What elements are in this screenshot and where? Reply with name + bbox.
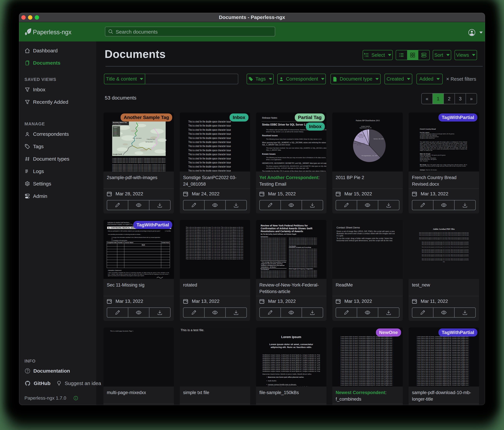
svg-text:Hypertension,: Hypertension,: [357, 135, 365, 137]
svg-text:Half Day Island: Half Day Island: [145, 141, 153, 143]
svg-text:N\A: N\A: [142, 244, 145, 246]
svg-text:△ Day4: △ Day4: [114, 133, 117, 134]
svg-text:△ Entry/Exit: △ Entry/Exit: [114, 135, 118, 136]
svg-text:44, 9%: 44, 9%: [359, 137, 363, 138]
svg-text:Pre-hypertension., 212, 42%: Pre-hypertension., 212, 42%: [361, 155, 378, 156]
svg-text:Boundary Waters Trip: Boundary Waters Trip: [113, 122, 127, 123]
svg-text:5.5 days in BWCA: 5.5 days in BWCA: [113, 124, 121, 125]
svg-text:Friday Bay Island: Friday Bay Island: [147, 139, 155, 140]
svg-text:△ Day2: △ Day2: [114, 130, 117, 131]
svg-text:65, 13%: 65, 13%: [357, 144, 361, 146]
svg-text:Patient BP Distribution 2011: Patient BP Distribution 2011: [356, 119, 380, 122]
svg-text:New Found Island: New Found Island: [133, 138, 142, 139]
svg-text:Contact Hours: Contact Hours: [162, 242, 169, 243]
svg-text:Isolated Systolic: Isolated Systolic: [361, 126, 370, 127]
svg-text:Stage 1 Hypertension,: Stage 1 Hypertension,: [353, 142, 365, 144]
svg-text:Provider #: Provider #: [118, 242, 124, 243]
svg-text:Legend: Legend: [113, 127, 117, 128]
svg-text:Hypertension, 31, 6%: Hypertension, 31, 6%: [360, 127, 371, 129]
svg-text:Course Name: Course Name: [125, 242, 134, 243]
svg-text:Completion Date: Completion Date: [107, 242, 117, 243]
svg-text:Stage 2: Stage 2: [359, 134, 363, 135]
svg-text:△ Day3: △ Day3: [114, 131, 117, 132]
svg-text:△ Day5: △ Day5: [114, 134, 117, 135]
svg-text:Google Earth: Google Earth: [113, 153, 122, 155]
svg-text:△ Day1: △ Day1: [114, 129, 117, 130]
svg-text:Normal, 158, 38%: Normal, 158, 38%: [374, 138, 384, 140]
